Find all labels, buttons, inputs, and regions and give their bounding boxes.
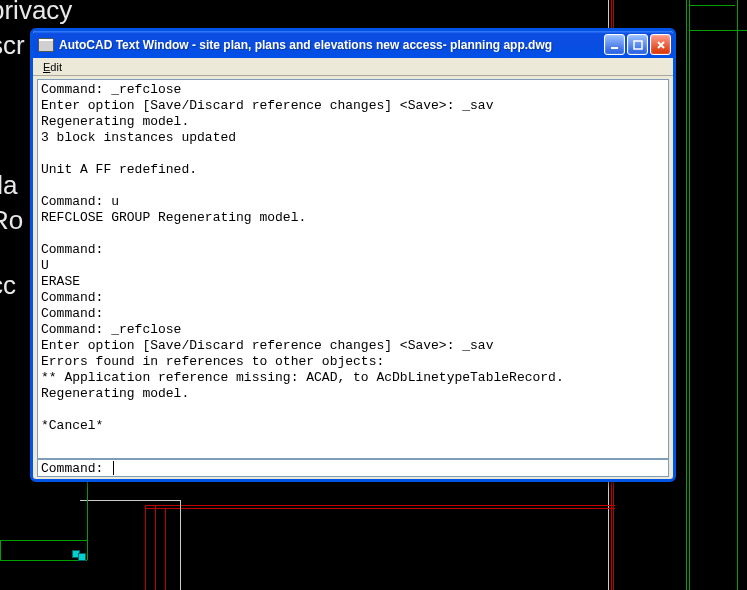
grip-handle[interactable]: [78, 553, 86, 561]
command-prompt: Command:: [41, 461, 111, 476]
command-history[interactable]: Command: _refclose Enter option [Save/Di…: [37, 79, 669, 459]
autocad-text-window: AutoCAD Text Window - site plan, plans a…: [30, 28, 676, 482]
close-icon: [656, 40, 666, 50]
minimize-icon: [610, 40, 620, 50]
command-input[interactable]: Command:: [37, 459, 669, 477]
menu-edit[interactable]: Edit: [37, 60, 68, 74]
close-button[interactable]: [650, 34, 671, 55]
cad-text: privacy: [0, 0, 72, 26]
maximize-button[interactable]: [627, 34, 648, 55]
menubar: Edit: [33, 58, 673, 76]
minimize-button[interactable]: [604, 34, 625, 55]
maximize-icon: [633, 40, 643, 50]
cad-text: Ro: [0, 205, 23, 236]
cad-text: cc: [0, 270, 16, 301]
svg-rect-0: [611, 47, 618, 49]
app-icon: [38, 38, 54, 52]
svg-rect-1: [634, 41, 642, 49]
window-title: AutoCAD Text Window - site plan, plans a…: [59, 38, 604, 52]
cad-text: fla: [0, 170, 17, 201]
text-caret: [113, 461, 114, 475]
titlebar[interactable]: AutoCAD Text Window - site plan, plans a…: [33, 31, 673, 58]
cad-text: scr: [0, 30, 25, 61]
